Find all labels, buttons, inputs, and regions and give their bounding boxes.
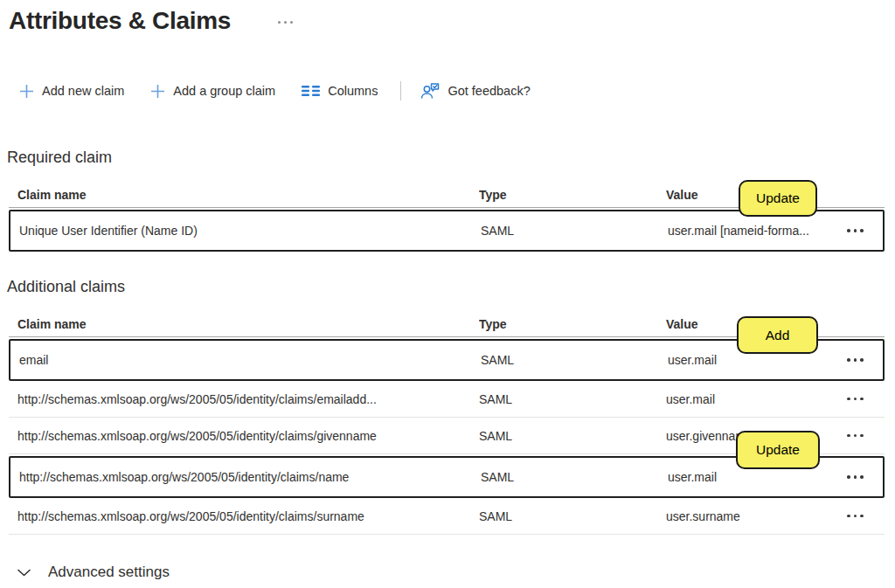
claim-name-cell: Unique User Identifier (Name ID): [19, 224, 481, 238]
annotation-update-name-claim: Update: [736, 431, 820, 469]
page-title: Attributes & Claims: [9, 7, 231, 35]
required-claim-heading: Required claim: [7, 149, 112, 167]
claim-value-cell: user.mail: [668, 470, 836, 484]
claim-value-cell: user.mail: [666, 392, 835, 406]
row-actions-ellipsis-icon[interactable]: [845, 429, 865, 443]
chevron-down-icon: [17, 569, 31, 577]
claim-name-cell: http://schemas.xmlsoap.org/ws/2005/05/id…: [17, 392, 479, 406]
additional-claims-heading: Additional claims: [7, 278, 125, 296]
claim-name-cell: http://schemas.xmlsoap.org/ws/2005/05/id…: [19, 470, 481, 484]
annotation-add-email-claim: Add: [737, 316, 818, 354]
claim-type-cell: SAML: [481, 224, 668, 238]
claim-name-cell: http://schemas.xmlsoap.org/ws/2005/05/id…: [17, 429, 479, 443]
columns-label: Columns: [328, 84, 378, 98]
got-feedback-label: Got feedback?: [448, 84, 530, 98]
claim-value-cell: user.mail [nameid-forma...: [668, 224, 836, 238]
row-actions-ellipsis-icon[interactable]: [845, 353, 865, 367]
claim-type-cell: SAML: [479, 509, 666, 523]
table-row-unique-user-identifier[interactable]: Unique User Identifier (Name ID) SAML us…: [10, 211, 883, 250]
columns-icon: [302, 85, 320, 97]
claim-type-cell: SAML: [479, 429, 666, 443]
plus-icon: [150, 84, 165, 99]
claim-value-cell: user.surname: [666, 509, 835, 523]
claim-name-cell: email: [19, 353, 481, 367]
claim-name-cell: http://schemas.xmlsoap.org/ws/2005/05/id…: [17, 509, 479, 523]
add-group-claim-button[interactable]: Add a group claim: [147, 81, 279, 101]
columns-button[interactable]: Columns: [298, 81, 381, 100]
column-header-type: Type: [479, 317, 666, 331]
advanced-settings-label: Advanced settings: [48, 564, 170, 581]
row-actions-ellipsis-icon[interactable]: [845, 392, 865, 406]
annotation-update-required-claim: Update: [739, 180, 817, 217]
row-actions-ellipsis-icon[interactable]: [845, 509, 865, 523]
toolbar-divider: [400, 81, 401, 100]
page-menu-ellipsis-icon[interactable]: [278, 21, 293, 24]
feedback-icon: [420, 82, 440, 100]
add-new-claim-button[interactable]: Add new claim: [16, 81, 128, 101]
add-new-claim-label: Add new claim: [42, 84, 124, 98]
column-header-claim-name: Claim name: [17, 317, 479, 331]
claim-type-cell: SAML: [481, 353, 668, 367]
row-actions-ellipsis-icon[interactable]: [845, 470, 865, 484]
command-toolbar: Add new claim Add a group claim Columns: [16, 79, 534, 103]
advanced-settings-toggle[interactable]: Advanced settings: [17, 564, 170, 581]
column-header-claim-name: Claim name: [17, 188, 479, 202]
plus-icon: [19, 84, 34, 99]
got-feedback-button[interactable]: Got feedback?: [417, 80, 533, 102]
row-actions-ellipsis-icon[interactable]: [845, 224, 865, 238]
claim-type-cell: SAML: [479, 392, 666, 406]
add-group-claim-label: Add a group claim: [173, 84, 275, 98]
claim-type-cell: SAML: [481, 470, 668, 484]
column-header-type: Type: [479, 188, 666, 202]
table-row-emailaddress[interactable]: http://schemas.xmlsoap.org/ws/2005/05/id…: [9, 381, 885, 418]
table-row-surname[interactable]: http://schemas.xmlsoap.org/ws/2005/05/id…: [9, 498, 885, 535]
claim-value-cell: user.mail: [668, 353, 836, 367]
